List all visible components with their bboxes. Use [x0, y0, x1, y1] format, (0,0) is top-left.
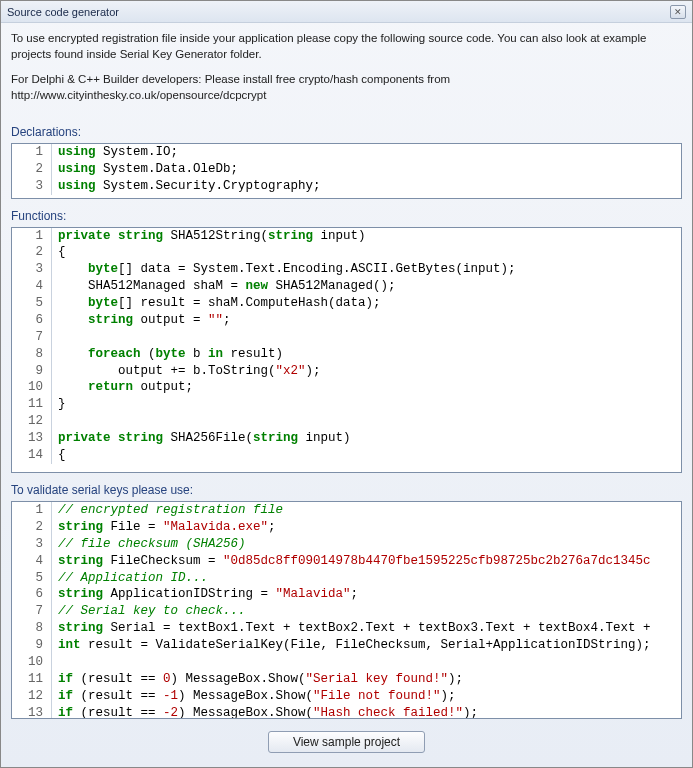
- code-line: 4 SHA512Managed shaM = new SHA512Managed…: [12, 278, 681, 295]
- code-line: 3 byte[] data = System.Text.Encoding.ASC…: [12, 261, 681, 278]
- line-number: 12: [12, 413, 52, 430]
- line-number: 2: [12, 519, 52, 536]
- line-number: 12: [12, 688, 52, 705]
- intro-text: To use encrypted registration file insid…: [11, 31, 682, 113]
- code-content: // Serial key to check...: [52, 603, 681, 620]
- code-line: 7// Serial key to check...: [12, 603, 681, 620]
- line-number: 3: [12, 536, 52, 553]
- code-content: if (result == -1) MessageBox.Show("File …: [52, 688, 681, 705]
- close-button[interactable]: ✕: [670, 5, 686, 19]
- code-content: using System.Security.Cryptography;: [52, 178, 681, 195]
- line-number: 1: [12, 144, 52, 161]
- line-number: 1: [12, 502, 52, 519]
- code-line: 1using System.IO;: [12, 144, 681, 161]
- footer: View sample project: [11, 727, 682, 761]
- line-number: 7: [12, 603, 52, 620]
- view-sample-project-button[interactable]: View sample project: [268, 731, 425, 753]
- line-number: 2: [12, 244, 52, 261]
- close-icon: ✕: [674, 7, 682, 17]
- code-content: foreach (byte b in result): [52, 346, 681, 363]
- line-number: 14: [12, 447, 52, 464]
- code-line: 9 output += b.ToString("x2");: [12, 363, 681, 380]
- code-content: string ApplicationIDString = "Malavida";: [52, 586, 681, 603]
- validate-label: To validate serial keys please use:: [11, 483, 682, 497]
- window-title: Source code generator: [7, 6, 670, 18]
- intro-paragraph-1: To use encrypted registration file insid…: [11, 31, 682, 62]
- line-number: 5: [12, 570, 52, 587]
- code-content: // file checksum (SHA256): [52, 536, 681, 553]
- titlebar: Source code generator ✕: [1, 1, 692, 23]
- code-content: byte[] data = System.Text.Encoding.ASCII…: [52, 261, 681, 278]
- code-line: 6string ApplicationIDString = "Malavida"…: [12, 586, 681, 603]
- code-line: 6 string output = "";: [12, 312, 681, 329]
- code-line: 3using System.Security.Cryptography;: [12, 178, 681, 195]
- code-content: }: [52, 396, 681, 413]
- code-content: using System.Data.OleDb;: [52, 161, 681, 178]
- code-line: 5// Application ID...: [12, 570, 681, 587]
- code-line: 10 return output;: [12, 379, 681, 396]
- code-content: string FileChecksum = "0d85dc8ff09014978…: [52, 553, 681, 570]
- code-content: return output;: [52, 379, 681, 396]
- functions-label: Functions:: [11, 209, 682, 223]
- line-number: 1: [12, 228, 52, 245]
- code-line: 13private string SHA256File(string input…: [12, 430, 681, 447]
- line-number: 4: [12, 553, 52, 570]
- code-line: 7: [12, 329, 681, 346]
- declarations-codebox[interactable]: 1using System.IO;2using System.Data.OleD…: [11, 143, 682, 199]
- functions-codebox[interactable]: 1private string SHA512String(string inpu…: [11, 227, 682, 474]
- line-number: 13: [12, 430, 52, 447]
- intro-paragraph-2: For Delphi & C++ Builder developers: Ple…: [11, 72, 682, 103]
- code-line: 1private string SHA512String(string inpu…: [12, 228, 681, 245]
- line-number: 3: [12, 178, 52, 195]
- code-content: {: [52, 447, 681, 464]
- code-line: 2using System.Data.OleDb;: [12, 161, 681, 178]
- code-content: using System.IO;: [52, 144, 681, 161]
- code-line: 8string Serial = textBox1.Text + textBox…: [12, 620, 681, 637]
- code-content: private string SHA512String(string input…: [52, 228, 681, 245]
- content-area: To use encrypted registration file insid…: [1, 23, 692, 767]
- line-number: 6: [12, 312, 52, 329]
- code-line: 3// file checksum (SHA256): [12, 536, 681, 553]
- line-number: 7: [12, 329, 52, 346]
- code-content: string Serial = textBox1.Text + textBox2…: [52, 620, 681, 637]
- line-number: 3: [12, 261, 52, 278]
- code-content: [52, 413, 681, 430]
- source-code-generator-window: Source code generator ✕ To use encrypted…: [0, 0, 693, 768]
- code-line: 9int result = ValidateSerialKey(File, Fi…: [12, 637, 681, 654]
- code-content: string File = "Malavida.exe";: [52, 519, 681, 536]
- code-line: 11if (result == 0) MessageBox.Show("Seri…: [12, 671, 681, 688]
- code-line: 11}: [12, 396, 681, 413]
- line-number: 11: [12, 671, 52, 688]
- line-number: 8: [12, 346, 52, 363]
- code-line: 12: [12, 413, 681, 430]
- line-number: 6: [12, 586, 52, 603]
- code-content: string output = "";: [52, 312, 681, 329]
- code-line: 2{: [12, 244, 681, 261]
- code-line: 5 byte[] result = shaM.ComputeHash(data)…: [12, 295, 681, 312]
- code-content: if (result == -2) MessageBox.Show("Hash …: [52, 705, 681, 719]
- declarations-label: Declarations:: [11, 125, 682, 139]
- code-content: int result = ValidateSerialKey(File, Fil…: [52, 637, 681, 654]
- code-content: {: [52, 244, 681, 261]
- validate-codebox[interactable]: 1// encrypted registration file2string F…: [11, 501, 682, 719]
- line-number: 9: [12, 363, 52, 380]
- line-number: 8: [12, 620, 52, 637]
- line-number: 4: [12, 278, 52, 295]
- code-line: 10: [12, 654, 681, 671]
- code-content: byte[] result = shaM.ComputeHash(data);: [52, 295, 681, 312]
- code-line: 12if (result == -1) MessageBox.Show("Fil…: [12, 688, 681, 705]
- code-content: private string SHA256File(string input): [52, 430, 681, 447]
- line-number: 10: [12, 379, 52, 396]
- code-line: 4string FileChecksum = "0d85dc8ff0901497…: [12, 553, 681, 570]
- code-content: [52, 329, 681, 346]
- code-line: 13if (result == -2) MessageBox.Show("Has…: [12, 705, 681, 719]
- line-number: 9: [12, 637, 52, 654]
- line-number: 5: [12, 295, 52, 312]
- code-line: 14{: [12, 447, 681, 464]
- code-content: // Application ID...: [52, 570, 681, 587]
- code-line: 8 foreach (byte b in result): [12, 346, 681, 363]
- code-line: 1// encrypted registration file: [12, 502, 681, 519]
- code-content: SHA512Managed shaM = new SHA512Managed()…: [52, 278, 681, 295]
- code-content: if (result == 0) MessageBox.Show("Serial…: [52, 671, 681, 688]
- line-number: 11: [12, 396, 52, 413]
